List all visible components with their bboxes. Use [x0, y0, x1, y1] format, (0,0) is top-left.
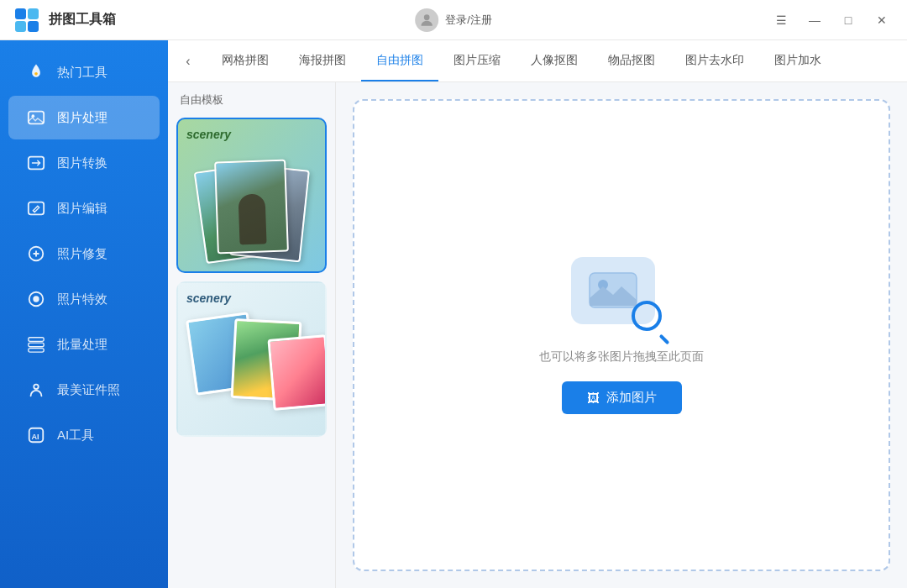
tab-poster-collage[interactable]: 海报拼图 [284, 41, 361, 81]
main-layout: 热门工具 图片处理 图片转换 [0, 40, 907, 588]
sidebar: 热门工具 图片处理 图片转换 [0, 40, 168, 588]
avatar[interactable] [415, 8, 438, 32]
svg-rect-14 [29, 343, 44, 347]
sidebar-label-hot-tools: 热门工具 [57, 65, 107, 81]
svg-rect-3 [28, 21, 39, 32]
image-placeholder-bg [571, 257, 655, 324]
drop-zone-icon [571, 257, 672, 333]
sidebar-item-id-photo[interactable]: 最美证件照 [8, 368, 160, 412]
sidebar-item-image-convert[interactable]: 图片转换 [8, 141, 160, 185]
sidebar-label-image-edit: 图片编辑 [57, 201, 107, 217]
minimize-button[interactable]: — [803, 12, 826, 29]
svg-point-5 [34, 72, 38, 76]
sidebar-label-id-photo: 最美证件照 [57, 382, 120, 398]
sidebar-label-image-processing: 图片处理 [57, 110, 107, 126]
tab-free-collage[interactable]: 自由拼图 [361, 41, 438, 81]
back-button[interactable]: ‹ [175, 48, 202, 75]
panel-title: 自由模板 [176, 92, 327, 108]
tab-watermark-remove[interactable]: 图片去水印 [670, 41, 759, 81]
tab-item-cutout[interactable]: 物品抠图 [593, 41, 670, 81]
menu-button[interactable]: ☰ [769, 12, 793, 29]
sidebar-label-photo-repair: 照片修复 [57, 246, 107, 262]
image-processing-icon [25, 107, 47, 129]
add-image-label: 添加图片 [606, 390, 657, 406]
sidebar-label-batch-process: 批量处理 [57, 337, 107, 353]
scatter-photo-3 [267, 334, 327, 411]
drop-zone: 也可以将多张图片拖拽至此页面 🖼 添加图片 [353, 99, 890, 571]
user-section[interactable]: 登录/注册 [415, 8, 492, 32]
svg-text:AI: AI [32, 433, 39, 441]
svg-rect-0 [15, 8, 26, 19]
svg-rect-13 [29, 338, 44, 342]
template-card-label-2: scenery [186, 291, 317, 305]
template-card-scenery-2[interactable]: scenery [176, 281, 327, 437]
app-logo-icon [13, 7, 40, 34]
template-card-label-1: Scenery [186, 128, 317, 141]
search-circle-icon [632, 301, 662, 331]
titlebar: 拼图工具箱 登录/注册 ☰ — □ ✕ [0, 0, 907, 40]
sidebar-item-photo-repair[interactable]: 照片修复 [8, 232, 160, 276]
tab-portrait-cutout[interactable]: 人像抠图 [516, 41, 593, 81]
sidebar-item-ai-tools[interactable]: AI AI工具 [8, 413, 160, 457]
content-body: 自由模板 Scenery [168, 82, 907, 588]
svg-rect-2 [15, 21, 26, 32]
id-photo-icon [25, 379, 47, 401]
svg-point-11 [33, 296, 39, 302]
svg-rect-1 [28, 8, 39, 19]
photo-repair-icon [25, 243, 47, 265]
scattered-photos [186, 312, 317, 429]
sidebar-label-ai-tools: AI工具 [57, 428, 94, 444]
tab-watermark-add[interactable]: 图片加水 [759, 41, 836, 81]
add-image-button[interactable]: 🖼 添加图片 [562, 381, 682, 414]
sidebar-label-photo-effects: 照片特效 [57, 291, 107, 307]
add-image-icon: 🖼 [587, 391, 600, 405]
app-branding: 拼图工具箱 [13, 7, 116, 34]
sidebar-item-hot-tools[interactable]: 热门工具 [8, 50, 160, 94]
login-label[interactable]: 登录/注册 [445, 13, 492, 28]
maximize-button[interactable]: □ [836, 12, 860, 29]
ai-tools-icon: AI [25, 424, 47, 446]
svg-rect-15 [29, 349, 44, 353]
tab-image-compress[interactable]: 图片压缩 [438, 41, 516, 81]
image-placeholder-svg [588, 271, 638, 309]
photo-stack-center [214, 160, 289, 255]
sidebar-item-image-processing[interactable]: 图片处理 [8, 96, 160, 139]
stacked-photos-1 [186, 148, 317, 265]
template-card-scenery-1[interactable]: Scenery [176, 118, 327, 273]
sidebar-item-batch-process[interactable]: 批量处理 [8, 323, 160, 366]
tab-bar: ‹ 网格拼图 海报拼图 自由拼图 图片压缩 人像抠图 物品抠图 图片去水印 图片… [168, 40, 907, 82]
batch-process-icon [25, 333, 47, 355]
content-area: ‹ 网格拼图 海报拼图 自由拼图 图片压缩 人像抠图 物品抠图 图片去水印 图片… [168, 40, 907, 588]
svg-point-4 [424, 14, 430, 20]
image-edit-icon [25, 197, 47, 219]
search-handle-icon [659, 333, 670, 344]
tab-grid-collage[interactable]: 网格拼图 [207, 41, 284, 81]
templates-panel: 自由模板 Scenery [168, 82, 336, 588]
app-title: 拼图工具箱 [49, 11, 116, 29]
close-button[interactable]: ✕ [870, 12, 894, 29]
photo-effects-icon [25, 288, 47, 310]
hot-tools-icon [25, 61, 47, 83]
sidebar-label-image-convert: 图片转换 [57, 155, 107, 171]
drop-hint-text: 也可以将多张图片拖拽至此页面 [539, 349, 704, 365]
sidebar-item-photo-effects[interactable]: 照片特效 [8, 277, 160, 321]
svg-point-16 [34, 385, 39, 390]
window-controls: ☰ — □ ✕ [769, 12, 894, 29]
image-convert-icon [25, 152, 47, 174]
sidebar-item-image-edit[interactable]: 图片编辑 [8, 186, 160, 230]
